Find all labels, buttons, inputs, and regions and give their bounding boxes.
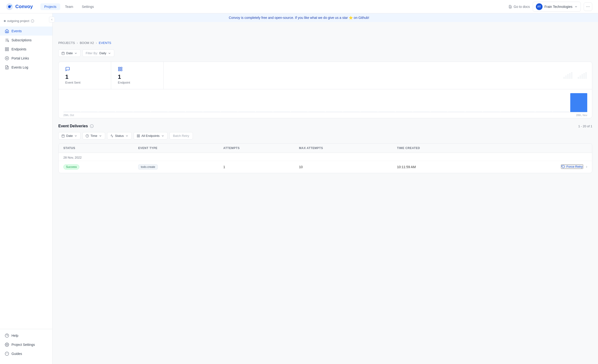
svg-rect-25 [118, 67, 120, 69]
convoy-logo-icon [6, 3, 13, 10]
chevron-down-icon [125, 134, 129, 138]
col-status: STATUS [58, 144, 133, 153]
chart-bar [448, 112, 465, 112]
cell-event-type: todo.create [133, 161, 218, 173]
svg-rect-34 [578, 77, 579, 79]
svg-rect-47 [139, 136, 140, 137]
portal-icon [5, 56, 9, 60]
svg-rect-7 [5, 48, 7, 49]
info-icon [31, 19, 34, 23]
breadcrumb-boom[interactable]: BOOM X2 [80, 41, 94, 45]
stats-section: 1 Event Sent 1 Endpoint [58, 62, 592, 118]
chart-bar [483, 112, 500, 112]
sidebar-item-events-log[interactable]: Events Log [0, 63, 52, 72]
chevron-down-icon [74, 134, 77, 138]
cell-max-attempts: 10 [294, 161, 392, 173]
logo: Convoy [6, 3, 33, 10]
chart-bar [98, 112, 115, 112]
chart-bar [133, 112, 150, 112]
force-retry-button[interactable]: Force Retry [561, 164, 583, 169]
svg-rect-36 [581, 74, 583, 79]
svg-point-11 [5, 57, 9, 60]
event-deliveries-table: STATUS EVENT TYPE ATTEMPTS MAX ATTEMPTS … [58, 143, 592, 173]
svg-rect-40 [62, 135, 65, 137]
sidebar-item-subscriptions[interactable]: Subscriptions [0, 36, 52, 45]
chart-bar [553, 112, 570, 112]
col-attempts: ATTEMPTS [218, 144, 294, 153]
chart-bar [221, 112, 238, 112]
clock-icon [86, 134, 89, 138]
svg-point-4 [589, 6, 590, 7]
nav-team[interactable]: Team [61, 3, 77, 10]
chevron-down-icon [74, 52, 77, 55]
org-name: Frain Technologies [544, 5, 573, 8]
endpoints-icon [5, 47, 9, 51]
delivery-status-filter[interactable]: Status [107, 132, 132, 139]
chart-bar [431, 112, 448, 112]
nav-projects[interactable]: Projects [40, 3, 60, 10]
endpoint-icon [118, 67, 157, 72]
delivery-date-filter[interactable]: Date [58, 132, 81, 139]
svg-rect-31 [567, 74, 569, 79]
chart-bar [151, 112, 168, 112]
delivery-endpoints-filter[interactable]: All Endpoints [134, 132, 167, 139]
svg-rect-21 [62, 52, 65, 55]
chevron-down-icon [99, 134, 102, 138]
batch-retry-button[interactable]: Batch Retry [169, 132, 193, 139]
delivery-time-filter[interactable]: Time [83, 132, 105, 139]
main-content: PROJECTS › BOOM X2 › EVENTS Date Filter … [53, 35, 598, 179]
svg-point-6 [8, 40, 9, 42]
sidebar-item-endpoints[interactable]: Endpoints [0, 45, 52, 54]
svg-rect-37 [583, 73, 585, 79]
svg-rect-29 [563, 77, 565, 79]
chevron-down-icon [108, 52, 111, 55]
chart-bar [500, 112, 517, 112]
sidebar-item-portal-links[interactable]: Portal Links [0, 54, 52, 63]
chart-bar [116, 112, 133, 112]
docs-link[interactable]: Go to docs [508, 5, 530, 8]
breadcrumb-current: EVENTS [99, 41, 111, 45]
cell-time-created: 10:11:59 AM [392, 161, 487, 173]
chart-bar [256, 112, 273, 112]
svg-rect-28 [118, 70, 120, 71]
org-selector[interactable]: FT Frain Technologies [533, 2, 581, 12]
row-arrow: › [586, 165, 587, 169]
chart-bar [518, 112, 535, 112]
filter-by-prefix: Filter By: [86, 51, 98, 55]
more-button[interactable] [584, 2, 592, 11]
svg-rect-33 [571, 72, 573, 79]
svg-rect-10 [5, 50, 7, 51]
date-filter-button[interactable]: Date [58, 49, 81, 57]
chart-bar [378, 112, 395, 112]
stats-row: 1 Event Sent 1 Endpoint [58, 62, 592, 89]
chart-bar [168, 112, 185, 112]
collapse-icon [50, 18, 53, 21]
date-group-label: 28 Nov, 2022 [58, 153, 592, 161]
date-group-row: 28 Nov, 2022 [58, 153, 592, 161]
chart-bar [343, 112, 360, 112]
doc-icon [508, 5, 512, 8]
deliveries-header: Event Deliveries 1 - 20 of 1 [58, 124, 592, 128]
svg-point-3 [588, 6, 588, 7]
chart-bar [186, 112, 203, 112]
col-event-type: EVENT TYPE [133, 144, 218, 153]
chart-bars [63, 93, 587, 112]
calendar-icon [61, 134, 65, 138]
svg-rect-48 [137, 136, 138, 137]
chart-bar [396, 112, 413, 112]
top-nav: Convoy Projects Team Settings Go to docs… [0, 0, 598, 13]
chart-bar [413, 112, 430, 112]
nav-settings[interactable]: Settings [78, 3, 98, 10]
filter-by-button[interactable]: Filter By: Daily [83, 49, 114, 57]
deliveries-info-icon [90, 124, 94, 128]
svg-point-1 [10, 5, 12, 7]
svg-rect-35 [580, 75, 581, 79]
sidebar-toggle-button[interactable] [49, 17, 55, 23]
breadcrumb-projects[interactable]: PROJECTS [58, 41, 75, 45]
sidebar-item-events[interactable]: Events [0, 26, 52, 36]
event-type-badge: todo.create [138, 164, 158, 170]
sidebar-project-label: outgoing project [0, 17, 52, 24]
org-avatar: FT [536, 3, 543, 10]
svg-rect-9 [8, 50, 8, 51]
svg-rect-27 [121, 70, 122, 71]
